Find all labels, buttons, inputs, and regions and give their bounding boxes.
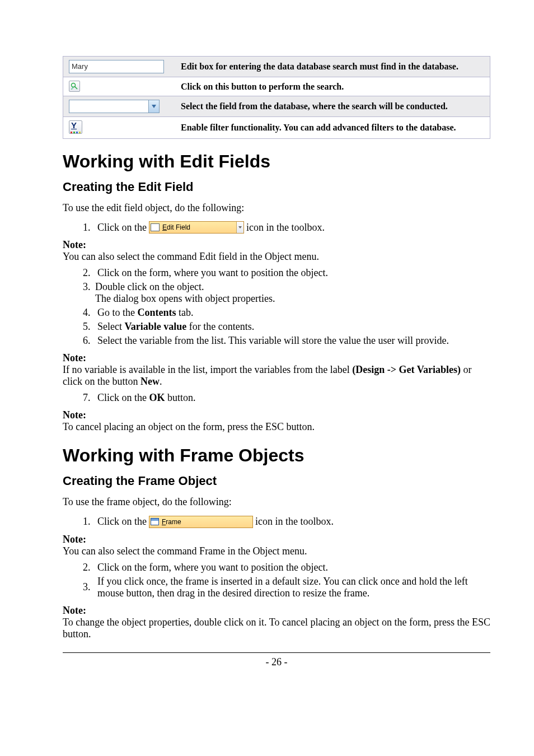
step-text: Click on the form, where you want to pos… bbox=[97, 562, 490, 573]
step-number: 3. bbox=[83, 281, 95, 293]
note-body: You can also select the command Edit fie… bbox=[63, 251, 490, 263]
step-text: If you click once, the frame is inserted… bbox=[97, 576, 490, 599]
step-text: Click on the OK button. bbox=[97, 392, 490, 404]
subheading-creating-frame-object: Creating the Frame Object bbox=[63, 474, 490, 488]
frame-icon bbox=[151, 518, 159, 525]
chevron-down-icon bbox=[148, 100, 159, 113]
table-row: Click on this button to perform the sear… bbox=[63, 77, 490, 96]
step-text: Select Variable value for the contents. bbox=[97, 321, 490, 333]
list-item: 4. Go to the Contents tab. bbox=[83, 307, 490, 319]
note-body: To change the object properties, double … bbox=[63, 617, 490, 640]
toolbox-label: Edit Field bbox=[162, 223, 190, 231]
note-heading: Note: bbox=[63, 409, 490, 421]
table-row: Select the field from the database, wher… bbox=[63, 96, 490, 117]
magnifier-icon bbox=[71, 82, 78, 90]
search-button[interactable] bbox=[69, 81, 80, 92]
step-number: 2. bbox=[83, 267, 95, 279]
note-heading: Note: bbox=[63, 605, 490, 617]
page: Mary Edit box for entering the data data… bbox=[0, 0, 534, 690]
footer-rule bbox=[63, 652, 490, 653]
heading-edit-fields: Working with Edit Fields bbox=[63, 151, 490, 172]
page-number: - 26 - bbox=[63, 656, 490, 668]
search-text-input[interactable]: Mary bbox=[69, 60, 164, 73]
step-list: 7. Click on the OK button. bbox=[63, 392, 490, 404]
filter-button[interactable]: Y bbox=[69, 120, 82, 134]
icon-description-table: Mary Edit box for entering the data data… bbox=[63, 56, 490, 139]
step-subtext: The dialog box opens with object propert… bbox=[83, 293, 490, 305]
list-item: 3. If you click once, the frame is inser… bbox=[83, 576, 490, 599]
row-description: Click on this button to perform the sear… bbox=[175, 77, 490, 96]
step-list: 2. Click on the form, where you want to … bbox=[63, 562, 490, 599]
list-item: 6. Select the variable from the list. Th… bbox=[83, 335, 490, 347]
table-row: Y Enable filter functionality. You can a… bbox=[63, 117, 490, 139]
list-item: 2. Click on the form, where you want to … bbox=[83, 562, 490, 573]
intro-para: To use the frame object, do the followin… bbox=[63, 495, 490, 508]
list-item: 7. Click on the OK button. bbox=[83, 392, 490, 404]
svg-line-1 bbox=[75, 87, 78, 90]
step-list: 1. Click on the Frame icon in the toolbo… bbox=[63, 516, 490, 528]
note-heading: Note: bbox=[63, 352, 490, 364]
step-text: icon in the toolbox. bbox=[246, 222, 325, 234]
svg-point-0 bbox=[72, 83, 76, 87]
list-item: 5. Select Variable value for the content… bbox=[83, 321, 490, 333]
subheading-creating-edit-field: Creating the Edit Field bbox=[63, 180, 490, 194]
edit-field-toolbox-button[interactable]: Edit Field bbox=[149, 221, 244, 234]
list-item: 1. Click on the Frame icon in the toolbo… bbox=[83, 516, 490, 528]
list-item: 1. Click on the Edit Field icon in the t… bbox=[83, 221, 490, 234]
field-select-dropdown[interactable] bbox=[69, 100, 160, 113]
step-text: Click on the bbox=[97, 516, 147, 528]
list-item: 2. Click on the form, where you want to … bbox=[83, 267, 490, 279]
step-number: 1. bbox=[83, 516, 95, 528]
note-heading: Note: bbox=[63, 239, 490, 251]
row-description: Select the field from the database, wher… bbox=[175, 96, 490, 117]
step-text: Select the variable from the list. This … bbox=[97, 335, 490, 347]
step-text: Go to the Contents tab. bbox=[97, 307, 490, 319]
step-number: 6. bbox=[83, 335, 95, 347]
note-heading: Note: bbox=[63, 534, 490, 545]
toolbox-label: Frame bbox=[162, 518, 181, 526]
row-description: Edit box for entering the data database … bbox=[175, 57, 490, 77]
step-list: 1. Click on the Edit Field icon in the t… bbox=[63, 221, 490, 234]
step-number: 2. bbox=[83, 562, 95, 573]
step-text: icon in the toolbox. bbox=[255, 516, 334, 528]
step-text: Click on the form, where you want to pos… bbox=[97, 267, 490, 279]
note-body: If no variable is available in the list,… bbox=[63, 364, 490, 388]
heading-frame-objects: Working with Frame Objects bbox=[63, 445, 490, 466]
step-text: Double click on the object. bbox=[95, 281, 490, 293]
frame-toolbox-button[interactable]: Frame bbox=[149, 516, 253, 528]
dropdown-caret-icon bbox=[236, 222, 243, 233]
step-number: 3. bbox=[83, 581, 95, 593]
step-list: 2. Click on the form, where you want to … bbox=[63, 267, 490, 347]
note-body: You can also select the command Frame in… bbox=[63, 545, 490, 557]
step-number: 4. bbox=[83, 307, 95, 319]
step-number: 1. bbox=[83, 222, 95, 234]
filter-icon: Y bbox=[69, 122, 82, 133]
list-item: 3. Double click on the object. The dialo… bbox=[83, 281, 490, 305]
step-number: 7. bbox=[83, 392, 95, 404]
step-text: Click on the bbox=[97, 222, 147, 234]
intro-para: To use the edit field object, do the fol… bbox=[63, 201, 490, 214]
edit-field-icon bbox=[151, 223, 160, 231]
step-number: 5. bbox=[83, 321, 95, 333]
note-body: To cancel placing an object on the form,… bbox=[63, 421, 490, 433]
table-row: Mary Edit box for entering the data data… bbox=[63, 57, 490, 77]
row-description: Enable filter functionality. You can add… bbox=[175, 117, 490, 139]
